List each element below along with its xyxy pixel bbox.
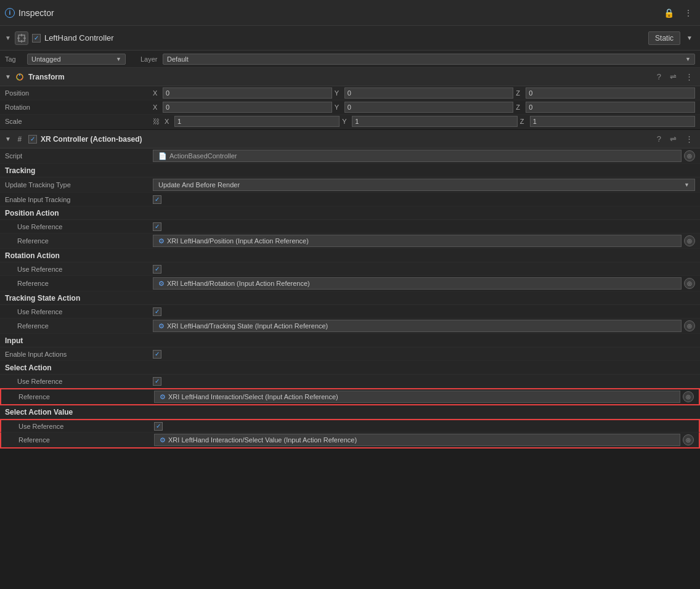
select-action-value-title: Select Action Value xyxy=(5,408,153,416)
scale-z-label: Z xyxy=(520,118,529,125)
tag-dropdown[interactable]: Untagged ▼ xyxy=(27,54,126,65)
position-ref-text: XRI LeftHand/Position (Input Action Refe… xyxy=(167,237,309,245)
scale-label: Scale xyxy=(5,118,153,125)
tracking-title: Tracking xyxy=(5,166,153,175)
rotation-x-field: X xyxy=(153,102,332,113)
rotation-use-ref-value xyxy=(153,265,695,274)
tracking-section: Tracking xyxy=(0,164,700,177)
rotation-ref-select-btn[interactable]: ◎ xyxy=(684,278,695,289)
tag-label: Tag xyxy=(5,55,22,63)
xr-expand[interactable]: ▼ xyxy=(5,136,11,142)
rotation-row: Rotation X Y Z xyxy=(0,100,700,115)
script-row: Script 📄 ActionBasedController ◎ xyxy=(0,148,700,164)
select-ref-icon: ⚙ xyxy=(160,393,166,401)
scale-x-field: X xyxy=(165,116,340,127)
rotation-ref-text: XRI LeftHand/Rotation (Input Action Refe… xyxy=(167,280,310,287)
xr-component-icon: # xyxy=(15,134,25,144)
rotation-label: Rotation xyxy=(5,104,153,111)
tracking-state-use-ref-value xyxy=(153,307,695,316)
rotation-use-ref-label: Use Reference xyxy=(5,266,153,273)
select-value-use-ref-checkbox[interactable] xyxy=(154,422,163,431)
update-tracking-dropdown[interactable]: Update And Before Render ▼ xyxy=(153,179,695,191)
script-label: Script xyxy=(5,152,153,160)
enable-input-tracking-row: Enable Input Tracking xyxy=(0,193,700,206)
tracking-state-use-ref-checkbox[interactable] xyxy=(153,307,161,316)
scale-y-field: Y xyxy=(342,116,517,127)
menu-icon[interactable]: ⋮ xyxy=(682,7,695,19)
xr-menu-icon[interactable]: ⋮ xyxy=(683,134,695,144)
enable-input-tracking-checkbox[interactable] xyxy=(153,195,161,204)
transform-settings-icon[interactable]: ⇌ xyxy=(668,71,678,82)
layer-arrow: ▼ xyxy=(685,56,691,62)
update-tracking-value: Update And Before Render ▼ xyxy=(153,179,695,191)
position-x-input[interactable] xyxy=(163,87,332,99)
tracking-state-title: Tracking State Action xyxy=(5,294,153,303)
transform-help-icon[interactable]: ? xyxy=(655,71,663,82)
transform-component-header: ▼ Transform ? ⇌ ⋮ xyxy=(0,68,700,86)
transform-menu-icon[interactable]: ⋮ xyxy=(683,71,695,82)
rotation-ref-icon: ⚙ xyxy=(158,280,165,288)
rotation-values: X Y Z xyxy=(153,102,695,113)
position-ref-field: ⚙ XRI LeftHand/Position (Input Action Re… xyxy=(153,235,682,247)
object-active-checkbox[interactable] xyxy=(32,34,41,43)
update-tracking-label: Update Tracking Type xyxy=(5,181,153,189)
scale-z-input[interactable] xyxy=(530,116,695,127)
select-value-ref-select-btn[interactable]: ◎ xyxy=(683,434,694,445)
rot-z-label: Z xyxy=(516,104,524,111)
rot-x-label: X xyxy=(153,104,161,111)
rotation-y-input[interactable] xyxy=(344,102,514,113)
static-button[interactable]: Static xyxy=(648,31,680,45)
select-ref-label: Reference xyxy=(6,393,154,400)
object-name: LeftHand Controller xyxy=(44,33,645,43)
scale-x-input[interactable] xyxy=(174,116,340,127)
xr-settings-icon[interactable]: ⇌ xyxy=(668,134,678,144)
xr-active-checkbox[interactable] xyxy=(28,135,37,144)
position-label: Position xyxy=(5,89,153,97)
position-z-input[interactable] xyxy=(526,87,695,99)
transform-expand[interactable]: ▼ xyxy=(5,73,11,80)
select-value-ref-text: XRI LeftHand Interaction/Select Value (I… xyxy=(168,436,357,444)
scale-y-label: Y xyxy=(342,118,351,125)
select-use-ref-checkbox[interactable] xyxy=(153,377,161,386)
pos-x-label: X xyxy=(153,89,161,97)
input-section: Input xyxy=(0,334,700,347)
xr-help-icon[interactable]: ? xyxy=(655,134,663,144)
rotation-z-input[interactable] xyxy=(526,102,695,113)
enable-input-actions-row: Enable Input Actions xyxy=(0,347,700,361)
position-ref-value-container: ⚙ XRI LeftHand/Position (Input Action Re… xyxy=(153,235,695,247)
rotation-use-ref-checkbox[interactable] xyxy=(153,265,161,274)
scale-y-input[interactable] xyxy=(352,116,517,127)
position-ref-label: Reference xyxy=(5,237,153,245)
rotation-x-input[interactable] xyxy=(163,102,332,113)
inspector-header-right: 🔒 ⋮ xyxy=(661,7,695,19)
scale-link-icon: ⛓ xyxy=(153,118,160,125)
lock-icon[interactable]: 🔒 xyxy=(661,7,677,19)
enable-input-actions-checkbox[interactable] xyxy=(153,350,161,359)
select-ref-select-btn[interactable]: ◎ xyxy=(683,391,694,402)
expand-arrow[interactable]: ▼ xyxy=(5,35,11,41)
position-ref-select-btn[interactable]: ◎ xyxy=(684,235,695,246)
select-value-use-ref-value xyxy=(154,422,694,431)
select-action-title: Select Action xyxy=(5,364,153,372)
tracking-state-ref-select-btn[interactable]: ◎ xyxy=(684,320,695,331)
static-dropdown-arrow[interactable]: ▼ xyxy=(684,33,695,43)
position-z-field: Z xyxy=(516,87,695,99)
enable-input-actions-label: Enable Input Actions xyxy=(5,351,153,358)
position-action-section: Position Action xyxy=(0,206,700,220)
position-y-input[interactable] xyxy=(344,87,514,99)
update-tracking-text: Update And Before Render xyxy=(158,181,240,189)
rotation-ref-label: Reference xyxy=(5,280,153,287)
layer-dropdown[interactable]: Default ▼ xyxy=(163,54,695,65)
position-row: Position X Y Z xyxy=(0,86,700,100)
select-value-reference-row: Reference ⚙ XRI LeftHand Interaction/Sel… xyxy=(0,433,700,449)
tracking-state-use-ref-row: Use Reference xyxy=(0,305,700,319)
scale-x-label: X xyxy=(165,118,173,125)
script-select-btn[interactable]: ◎ xyxy=(684,150,695,161)
xr-actions: ? ⇌ ⋮ xyxy=(655,134,695,144)
select-value-use-ref-row: Use Reference xyxy=(0,419,700,433)
script-icon: 📄 xyxy=(158,152,167,160)
inspector-header: i Inspector 🔒 ⋮ xyxy=(0,0,700,26)
select-value-ref-label: Reference xyxy=(6,436,154,444)
position-use-ref-checkbox[interactable] xyxy=(153,222,161,231)
script-field: 📄 ActionBasedController xyxy=(153,150,682,162)
